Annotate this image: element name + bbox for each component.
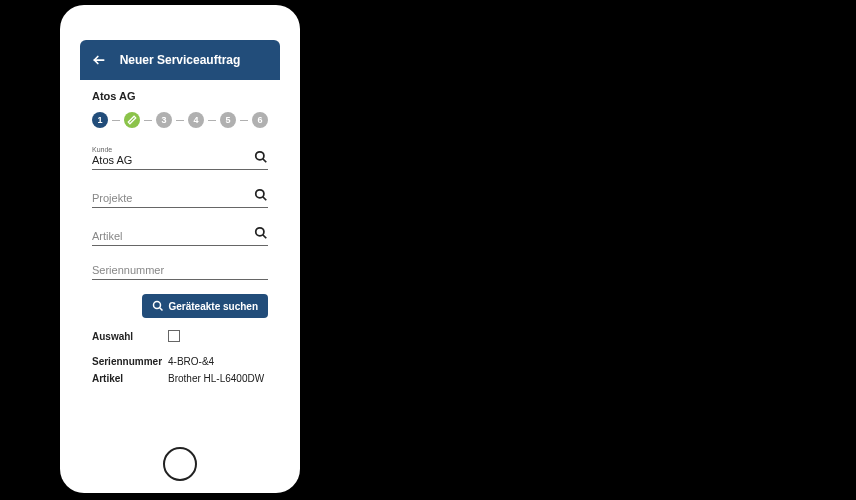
- step-3[interactable]: 3: [156, 112, 172, 128]
- svg-point-5: [256, 228, 264, 236]
- step-2[interactable]: [124, 112, 140, 128]
- svg-point-1: [256, 152, 264, 160]
- kunde-field[interactable]: Kunde Atos AG: [92, 142, 268, 170]
- artikel-result-label: Artikel: [92, 373, 150, 384]
- seriennummer-field[interactable]: Seriennummer: [92, 260, 268, 280]
- step-line: [240, 120, 248, 121]
- svg-line-2: [263, 159, 267, 163]
- seriennummer-row: Seriennummer 4-BRO-&4: [92, 356, 268, 367]
- step-5[interactable]: 5: [220, 112, 236, 128]
- search-icon[interactable]: [254, 226, 268, 242]
- search-icon: [152, 300, 164, 312]
- artikel-result-value: Brother HL-L6400DW: [168, 373, 268, 384]
- search-icon[interactable]: [254, 188, 268, 204]
- seriennummer-result-label: Seriennummer: [92, 356, 150, 367]
- kunde-value: Atos AG: [92, 154, 254, 166]
- search-button-label: Geräteakte suchen: [169, 301, 259, 312]
- phone-frame: Neuer Serviceauftrag Atos AG 1 3 4 5: [60, 5, 300, 493]
- app-screen: Neuer Serviceauftrag Atos AG 1 3 4 5: [80, 40, 280, 435]
- step-line: [176, 120, 184, 121]
- app-header: Neuer Serviceauftrag: [80, 40, 280, 80]
- header-title: Neuer Serviceauftrag: [80, 53, 280, 67]
- step-1[interactable]: 1: [92, 112, 108, 128]
- kunde-label: Kunde: [92, 146, 254, 153]
- projekte-placeholder: Projekte: [92, 192, 254, 204]
- auswahl-label: Auswahl: [92, 331, 150, 342]
- projekte-field[interactable]: Projekte: [92, 184, 268, 208]
- stepper: 1 3 4 5 6: [92, 112, 268, 128]
- step-line: [112, 120, 120, 121]
- seriennummer-placeholder: Seriennummer: [92, 264, 268, 276]
- svg-line-8: [159, 308, 162, 311]
- step-4[interactable]: 4: [188, 112, 204, 128]
- company-name: Atos AG: [92, 90, 268, 102]
- artikel-row: Artikel Brother HL-L6400DW: [92, 373, 268, 384]
- svg-line-4: [263, 197, 267, 201]
- step-line: [208, 120, 216, 121]
- auswahl-checkbox[interactable]: [168, 330, 180, 342]
- home-button[interactable]: [163, 447, 197, 481]
- artikel-placeholder: Artikel: [92, 230, 254, 242]
- content-area: Atos AG 1 3 4 5 6 Ku: [80, 80, 280, 384]
- step-6[interactable]: 6: [252, 112, 268, 128]
- auswahl-row: Auswahl: [92, 330, 268, 342]
- step-line: [144, 120, 152, 121]
- search-device-button[interactable]: Geräteakte suchen: [142, 294, 269, 318]
- svg-point-3: [256, 190, 264, 198]
- search-icon[interactable]: [254, 150, 268, 166]
- svg-line-6: [263, 235, 267, 239]
- phone-notch: [150, 5, 210, 13]
- back-icon[interactable]: [92, 53, 106, 67]
- svg-point-7: [153, 302, 160, 309]
- artikel-field[interactable]: Artikel: [92, 222, 268, 246]
- seriennummer-result-value: 4-BRO-&4: [168, 356, 268, 367]
